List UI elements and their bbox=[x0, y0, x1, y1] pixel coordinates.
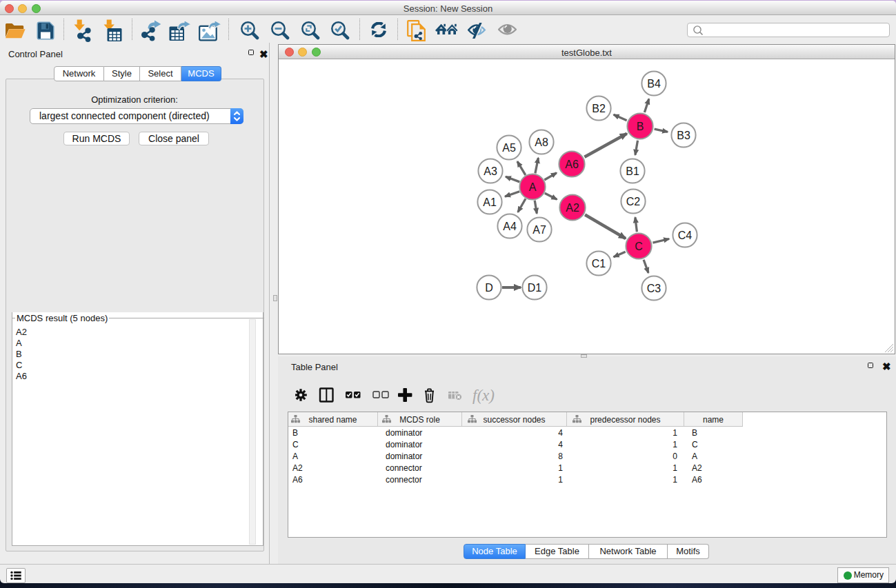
svg-text:A4: A4 bbox=[503, 221, 517, 232]
svg-text:B1: B1 bbox=[626, 165, 639, 177]
svg-text:A5: A5 bbox=[502, 142, 516, 154]
svg-text:A8: A8 bbox=[535, 136, 548, 148]
svg-text:A1: A1 bbox=[483, 196, 497, 208]
svg-text:B4: B4 bbox=[647, 78, 661, 90]
svg-text:C4: C4 bbox=[678, 230, 693, 241]
svg-text:A7: A7 bbox=[532, 224, 546, 236]
svg-text:D1: D1 bbox=[528, 282, 542, 294]
svg-text:A: A bbox=[529, 181, 537, 193]
svg-text:C1: C1 bbox=[592, 258, 606, 270]
svg-text:B2: B2 bbox=[592, 103, 606, 114]
svg-text:B3: B3 bbox=[677, 130, 690, 141]
svg-text:C2: C2 bbox=[626, 196, 641, 207]
svg-text:f(x): f(x) bbox=[472, 387, 495, 404]
svg-text:C3: C3 bbox=[647, 283, 661, 294]
svg-text:B: B bbox=[637, 121, 644, 132]
svg-text:A3: A3 bbox=[484, 165, 497, 177]
svg-text:C: C bbox=[635, 241, 643, 252]
svg-text:D: D bbox=[485, 282, 493, 294]
svg-text:A6: A6 bbox=[565, 159, 579, 170]
svg-text:A2: A2 bbox=[566, 202, 579, 214]
